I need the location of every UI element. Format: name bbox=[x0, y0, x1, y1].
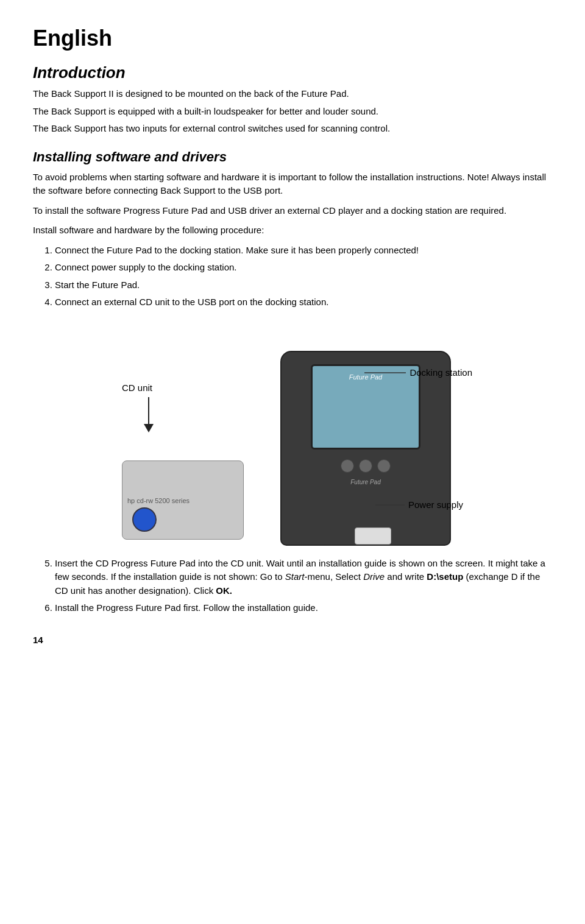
cd-unit-label: CD unit bbox=[122, 381, 152, 395]
docking-label-group: Docking station bbox=[364, 366, 472, 380]
docking-station-label: Docking station bbox=[410, 366, 472, 380]
intro-para-1: The Back Support II is designed to be mo… bbox=[33, 87, 552, 101]
intro-para-2: The Back Support is equipped with a buil… bbox=[33, 105, 552, 119]
power-supply-label: Power supply bbox=[408, 498, 463, 512]
cd-unit-brand-text: hp cd-rw 5200 series bbox=[127, 496, 190, 506]
setup-command: D:\setup bbox=[427, 571, 463, 582]
step-5: Insert the CD Progress Future Pad into t… bbox=[55, 557, 552, 598]
intro-para-3: The Back Support has two inputs for exte… bbox=[33, 122, 552, 136]
installing-para-3: Install software and hardware by the fol… bbox=[33, 224, 552, 238]
docking-buttons bbox=[341, 459, 391, 473]
installation-image: CD unit hp cd-rw 5200 series Future Pad bbox=[33, 320, 552, 546]
page-number: 14 bbox=[33, 633, 552, 647]
installing-para-2: To install the software Progress Future … bbox=[33, 204, 552, 218]
ok-text: OK. bbox=[216, 585, 232, 596]
step-6: Install the Progress Future Pad first. F… bbox=[55, 601, 552, 615]
step-3: Start the Future Pad. bbox=[55, 278, 552, 292]
docking-label-line-icon bbox=[364, 369, 407, 377]
cd-unit-diagram: CD unit hp cd-rw 5200 series bbox=[116, 375, 262, 546]
step-2: Connect power supply to the docking stat… bbox=[55, 261, 552, 275]
docking-station-shape: Future Pad bbox=[280, 351, 451, 546]
step-4: Connect an external CD unit to the USB p… bbox=[55, 295, 552, 309]
arrow-down-icon bbox=[143, 397, 167, 434]
docking-logo-text: Future Pad bbox=[350, 478, 380, 487]
docking-btn-1 bbox=[341, 459, 354, 473]
power-label-group: Power supply bbox=[375, 498, 463, 512]
drive-text: Drive bbox=[363, 571, 385, 582]
cable-connector bbox=[355, 527, 391, 545]
installing-para-1: To avoid problems when starting software… bbox=[33, 171, 552, 198]
installation-steps-list-2: Insert the CD Progress Future Pad into t… bbox=[55, 557, 552, 615]
docking-station-diagram: Future Pad Docking station Power supply bbox=[262, 333, 469, 546]
step-1: Connect the Future Pad to the docking st… bbox=[55, 244, 552, 258]
page-language-title: English bbox=[33, 22, 552, 55]
installation-steps-list: Connect the Future Pad to the docking st… bbox=[55, 244, 552, 309]
svg-marker-1 bbox=[144, 424, 154, 432]
cd-unit-shape: hp cd-rw 5200 series bbox=[122, 460, 244, 540]
cd-unit-arrow-icon bbox=[143, 397, 167, 434]
docking-btn-2 bbox=[359, 459, 372, 473]
power-label-line-icon bbox=[375, 501, 406, 509]
installing-heading: Installing software and drivers bbox=[33, 147, 552, 167]
docking-btn-3 bbox=[377, 459, 391, 473]
introduction-heading: Introduction bbox=[33, 61, 552, 85]
start-menu-text: Start bbox=[285, 571, 305, 582]
